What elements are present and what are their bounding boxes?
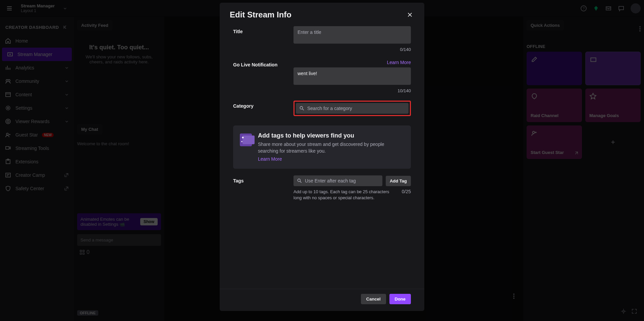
tags-info-title: Add tags to help viewers find you [258,132,404,139]
cancel-button[interactable]: Cancel [361,294,386,304]
tags-info-body: Share more about your stream and get dis… [258,141,404,154]
svg-point-26 [300,106,303,109]
tags-info-box: Add tags to help viewers find you Share … [233,125,411,169]
golive-label: Go Live Notification [233,62,277,67]
tags-count: 0/25 [402,189,411,201]
modal-overlay: Edit Stream Info Title 0/140 Go Live Not… [0,0,644,321]
golive-learn-more-link[interactable]: Learn More [387,60,411,65]
close-icon[interactable] [406,10,414,19]
category-input[interactable] [307,106,405,111]
tags-label: Tags [233,175,293,201]
add-tag-button[interactable]: Add Tag [386,176,411,186]
title-label: Title [233,26,293,57]
sparkle-icon [240,133,252,146]
edit-stream-modal: Edit Stream Info Title 0/140 Go Live Not… [220,3,424,311]
golive-count: 10/140 [293,88,411,93]
svg-rect-27 [243,136,255,144]
tags-help-text: Add up to 10 tags. Each tag can be 25 ch… [293,189,398,201]
category-highlight-box [293,101,411,116]
title-count: 0/140 [293,47,411,52]
modal-title: Edit Stream Info [230,10,291,19]
tags-input[interactable] [305,178,379,183]
done-button[interactable]: Done [389,294,411,304]
category-search[interactable] [296,103,409,114]
svg-point-28 [298,179,300,182]
golive-input[interactable]: went live! [293,67,411,85]
search-icon [297,178,302,183]
category-label: Category [233,101,293,116]
search-icon [299,106,305,111]
tags-learn-more-link[interactable]: Learn More [258,156,282,162]
tags-search[interactable] [293,175,382,186]
title-input[interactable] [293,26,411,44]
